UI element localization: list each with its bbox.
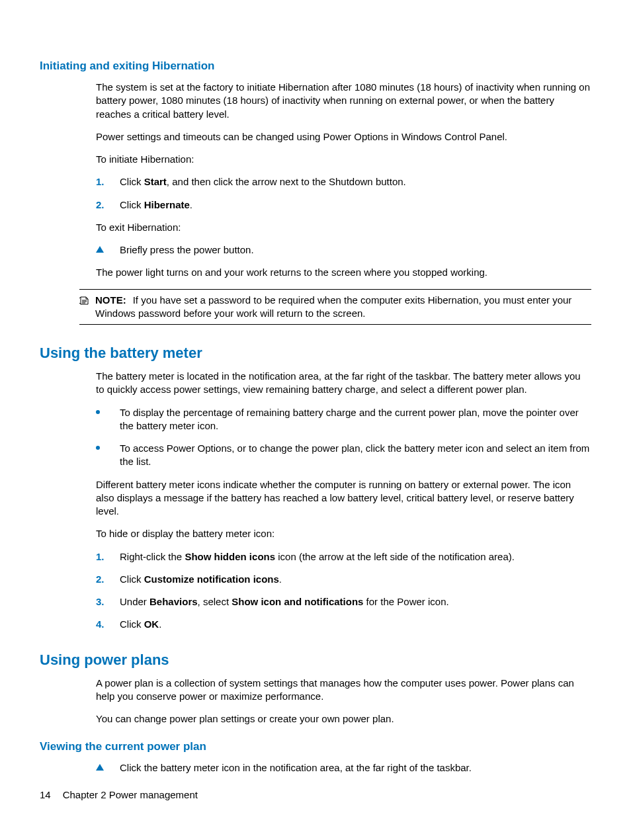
paragraph: You can change power plan settings or cr… [96, 712, 591, 726]
ordered-list: 1. Right-click the Show hidden icons ico… [96, 550, 591, 632]
dot-bullet-icon [96, 406, 120, 433]
list-number: 4. [96, 618, 120, 631]
list-text: Click the battery meter icon in the noti… [120, 761, 472, 775]
paragraph: The battery meter is located in the noti… [96, 370, 591, 397]
heading-viewing-power-plan: Viewing the current power plan [40, 740, 591, 753]
document-page: Initiating and exiting Hibernation The s… [0, 0, 631, 840]
heading-initiate-hibernation: Initiating and exiting Hibernation [40, 60, 591, 73]
list-item: 2. Click Hibernate. [96, 198, 591, 212]
list-number: 2. [96, 198, 120, 212]
list-text: Right-click the Show hidden icons icon (… [120, 550, 515, 564]
list-text: Briefly press the power button. [120, 243, 254, 257]
list-item: Briefly press the power button. [96, 243, 591, 257]
page-number: 14 [40, 789, 51, 800]
list-item: 3. Under Behaviors, select Show icon and… [96, 595, 591, 609]
bullet-list: To display the percentage of remaining b… [96, 406, 591, 469]
chapter-label: Chapter 2 Power management [63, 789, 198, 800]
list-item: 4. Click OK. [96, 618, 591, 631]
list-item: 1. Right-click the Show hidden icons ico… [96, 550, 591, 564]
list-item: To display the percentage of remaining b… [96, 406, 591, 433]
paragraph: Different battery meter icons indicate w… [96, 478, 591, 519]
note-text: NOTE:If you have set a password to be re… [95, 294, 591, 321]
list-text: Click Start, and then click the arrow ne… [120, 175, 406, 189]
heading-power-plans: Using power plans [40, 651, 591, 669]
triangle-list: Click the battery meter icon in the noti… [96, 761, 591, 775]
list-text: Under Behaviors, select Show icon and no… [120, 595, 449, 609]
section-body: A power plan is a collection of system s… [96, 677, 591, 726]
note-icon [79, 294, 95, 321]
paragraph: To hide or display the battery meter ico… [96, 527, 591, 540]
list-number: 2. [96, 573, 120, 586]
list-item: Click the battery meter icon in the noti… [96, 761, 591, 775]
section-body: The battery meter is located in the noti… [96, 370, 591, 632]
dot-bullet-icon [96, 442, 120, 469]
paragraph: A power plan is a collection of system s… [96, 677, 591, 704]
list-number: 1. [96, 175, 120, 189]
page-footer: 14Chapter 2 Power management [40, 789, 198, 800]
paragraph: The power light turns on and your work r… [96, 266, 591, 279]
paragraph: To exit Hibernation: [96, 221, 591, 234]
section-body: The system is set at the factory to init… [96, 81, 591, 280]
list-number: 1. [96, 550, 120, 564]
note-block: NOTE:If you have set a password to be re… [79, 289, 591, 325]
list-text: Click Customize notification icons. [120, 573, 282, 586]
list-item: 1. Click Start, and then click the arrow… [96, 175, 591, 189]
heading-battery-meter: Using the battery meter [40, 345, 591, 362]
list-number: 3. [96, 595, 120, 609]
list-text: Click OK. [120, 618, 161, 631]
list-text: To access Power Options, or to change th… [120, 442, 591, 469]
triangle-bullet-icon [96, 761, 120, 775]
list-text: To display the percentage of remaining b… [120, 406, 591, 433]
paragraph: Power settings and timeouts can be chang… [96, 130, 591, 144]
section-body: Click the battery meter icon in the noti… [96, 761, 591, 775]
paragraph: The system is set at the factory to init… [96, 81, 591, 121]
ordered-list: 1. Click Start, and then click the arrow… [96, 175, 591, 212]
list-text: Click Hibernate. [120, 198, 192, 212]
list-item: 2. Click Customize notification icons. [96, 573, 591, 586]
list-item: To access Power Options, or to change th… [96, 442, 591, 469]
paragraph: To initiate Hibernation: [96, 153, 591, 166]
triangle-bullet-icon [96, 243, 120, 257]
triangle-list: Briefly press the power button. [96, 243, 591, 257]
